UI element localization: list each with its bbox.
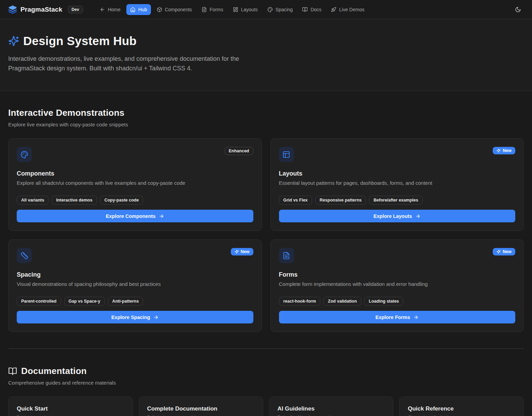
doc-card-title: Complete Documentation bbox=[147, 405, 255, 412]
moon-icon bbox=[515, 6, 521, 13]
nav-item-home[interactable]: Home bbox=[96, 4, 124, 15]
palette-icon bbox=[17, 147, 32, 162]
card-description: Visual demonstrations of spacing philoso… bbox=[17, 281, 253, 287]
doc-card-complete-documentation[interactable]: Complete Documentation Full design syste… bbox=[139, 397, 263, 416]
demo-card-spacing[interactable]: New Spacing Visual demonstrations of spa… bbox=[8, 239, 262, 332]
book-open-icon bbox=[8, 367, 17, 376]
card-description: Essential layout patterns for pages, das… bbox=[279, 180, 516, 186]
nav-label: Components bbox=[165, 7, 192, 12]
tag: Copy-paste code bbox=[100, 196, 143, 205]
tag: Gap vs Space-y bbox=[64, 297, 105, 306]
nav-item-live-demos[interactable]: Live Demos bbox=[327, 4, 368, 15]
tag: All variants bbox=[17, 196, 48, 205]
navbar: PragmaStack Dev Home Hub Components Fo bbox=[0, 0, 532, 19]
section-divider bbox=[8, 348, 524, 349]
doc-card-title: Quick Reference bbox=[408, 405, 515, 412]
tag: react-hook-form bbox=[279, 297, 321, 306]
arrow-right-icon bbox=[153, 315, 159, 320]
badge-label: New bbox=[503, 249, 512, 254]
nav-label: Forms bbox=[210, 7, 223, 12]
doc-card-ai-guidelines[interactable]: AI Guidelines Rules for AI code generati… bbox=[269, 397, 394, 416]
nav-label: Docs bbox=[310, 7, 321, 12]
demos-section-title: Interactive Demonstrations bbox=[8, 108, 524, 118]
tag: Loading states bbox=[364, 297, 403, 306]
card-title: Components bbox=[17, 170, 253, 177]
new-badge: New bbox=[231, 248, 253, 255]
arrow-right-icon bbox=[159, 213, 164, 219]
doc-card-subtitle: 5-minute crash course bbox=[17, 415, 124, 416]
palette-icon bbox=[267, 7, 273, 12]
nav-item-components[interactable]: Components bbox=[153, 4, 196, 15]
brand-name: PragmaStack bbox=[20, 6, 62, 13]
layers-logo-icon bbox=[8, 5, 17, 14]
card-title: Forms bbox=[279, 271, 516, 278]
hero-section: Design System Hub Interactive demonstrat… bbox=[0, 19, 532, 91]
docs-card-grid: Quick Start 5-minute crash course Comple… bbox=[8, 397, 524, 416]
tag: Interactive demos bbox=[52, 196, 97, 205]
arrow-right-icon bbox=[413, 315, 419, 320]
dev-badge: Dev bbox=[68, 6, 83, 13]
nav-label: Spacing bbox=[276, 7, 293, 12]
button-label: Explore Forms bbox=[375, 315, 410, 320]
box-icon bbox=[157, 7, 162, 12]
doc-card-quick-start[interactable]: Quick Start 5-minute crash course bbox=[8, 397, 133, 416]
theme-toggle-button[interactable] bbox=[512, 4, 524, 15]
demos-section-subtitle: Explore live examples with copy-paste co… bbox=[8, 122, 524, 127]
home-icon bbox=[130, 7, 136, 12]
sparkles-icon bbox=[235, 250, 239, 254]
documentation-section-subtitle: Comprehensive guides and reference mater… bbox=[8, 380, 524, 386]
tag: Grid vs Flex bbox=[279, 196, 312, 205]
tag-row: Grid vs Flex Responsive patterns Before/… bbox=[279, 196, 516, 205]
demo-card-grid: Enhanced Components Explore all shadcn/u… bbox=[8, 138, 524, 332]
book-open-icon bbox=[302, 7, 308, 12]
nav-item-spacing[interactable]: Spacing bbox=[264, 4, 297, 15]
page-subtitle: Interactive demonstrations, live example… bbox=[8, 54, 259, 73]
demo-card-layouts[interactable]: New Layouts Essential layout patterns fo… bbox=[270, 138, 524, 231]
main-nav: Home Hub Components Forms Layouts bbox=[96, 4, 368, 15]
card-description: Complete form implementations with valid… bbox=[279, 281, 516, 287]
nav-item-forms[interactable]: Forms bbox=[198, 4, 227, 15]
badge-label: New bbox=[503, 148, 512, 153]
demo-card-forms[interactable]: New Forms Complete form implementations … bbox=[270, 239, 524, 332]
nav-item-hub[interactable]: Hub bbox=[126, 4, 151, 15]
doc-card-quick-reference[interactable]: Quick Reference Cheat sheet for lookups bbox=[399, 397, 524, 416]
file-text-icon bbox=[279, 248, 294, 263]
brand[interactable]: PragmaStack Dev bbox=[8, 5, 83, 14]
nav-label: Hub bbox=[138, 7, 147, 12]
doc-card-title: AI Guidelines bbox=[278, 405, 385, 412]
new-badge: New bbox=[493, 248, 515, 255]
tag: Before/after examples bbox=[369, 196, 423, 205]
explore-spacing-button[interactable]: Explore Spacing bbox=[17, 311, 253, 323]
documentation-section: Documentation Comprehensive guides and r… bbox=[8, 366, 524, 416]
demo-card-components[interactable]: Enhanced Components Explore all shadcn/u… bbox=[8, 138, 262, 231]
tag: Zod validation bbox=[323, 297, 361, 306]
sparkles-icon bbox=[8, 36, 19, 46]
explore-layouts-button[interactable]: Explore Layouts bbox=[279, 210, 516, 222]
doc-card-title: Quick Start bbox=[17, 405, 124, 412]
ruler-icon bbox=[17, 248, 32, 263]
sparkles-icon bbox=[496, 250, 501, 254]
layout-dashboard-icon bbox=[233, 7, 238, 12]
status-badge: Enhanced bbox=[225, 147, 253, 155]
button-label: Explore Spacing bbox=[111, 315, 150, 320]
tag-row: react-hook-form Zod validation Loading s… bbox=[279, 297, 516, 306]
tag: Parent-controlled bbox=[17, 297, 61, 306]
doc-card-subtitle: Rules for AI code generation bbox=[278, 415, 385, 416]
button-label: Explore Components bbox=[106, 213, 156, 219]
documentation-section-title: Documentation bbox=[21, 366, 87, 376]
tag-row: All variants Interactive demos Copy-past… bbox=[17, 196, 253, 205]
button-label: Explore Layouts bbox=[374, 213, 412, 219]
card-description: Explore all shadcn/ui components with li… bbox=[17, 180, 253, 186]
doc-card-subtitle: Cheat sheet for lookups bbox=[408, 415, 515, 416]
nav-item-layouts[interactable]: Layouts bbox=[229, 4, 262, 15]
explore-components-button[interactable]: Explore Components bbox=[17, 210, 253, 222]
explore-forms-button[interactable]: Explore Forms bbox=[279, 311, 516, 323]
nav-label: Live Demos bbox=[339, 7, 364, 12]
card-title: Spacing bbox=[17, 271, 253, 278]
nav-label: Layouts bbox=[241, 7, 258, 12]
file-text-icon bbox=[201, 7, 207, 12]
arrow-left-icon bbox=[100, 7, 105, 12]
main-content: Interactive Demonstrations Explore live … bbox=[0, 91, 532, 416]
nav-item-docs[interactable]: Docs bbox=[298, 4, 325, 15]
card-title: Layouts bbox=[279, 170, 516, 177]
